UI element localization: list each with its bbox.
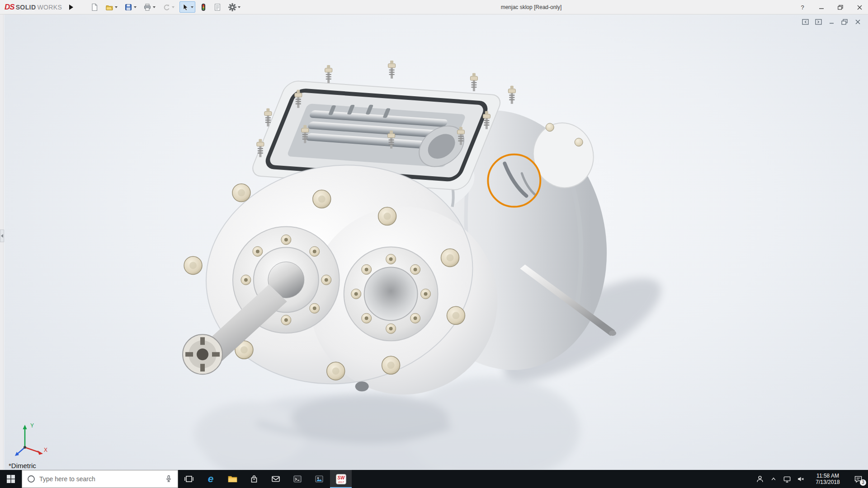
solidworks-app-icon: SW2017 (335, 473, 347, 485)
brand-text-solid: SOLID (16, 4, 36, 11)
save-icon (124, 3, 132, 11)
microphone-icon[interactable] (164, 474, 173, 483)
select-tool-button[interactable] (179, 1, 195, 13)
taskbar-clock[interactable]: 11:58 AM 7/13/2018 (807, 470, 848, 488)
open-icon (105, 3, 113, 11)
cortana-icon (27, 474, 36, 483)
print-icon (143, 3, 151, 11)
options-button[interactable] (226, 1, 242, 13)
photos-button[interactable] (308, 470, 330, 488)
solidworks-taskbar-button[interactable]: SW2017 (330, 470, 352, 488)
svg-text:SW: SW (337, 475, 345, 480)
feature-panel-collapse-tab[interactable] (0, 230, 4, 242)
edge-icon: e (205, 473, 217, 485)
spline-coupling (183, 334, 222, 374)
triad-x-label: X (44, 447, 47, 453)
print-dropdown-arrow (153, 6, 156, 8)
solidworks-window: DS SOLIDWORKS (0, 0, 868, 488)
svg-text:e: e (208, 473, 214, 484)
standard-toolbar (89, 1, 242, 13)
solidworks-logo-mark: DS (5, 3, 14, 12)
file-explorer-button[interactable] (222, 470, 243, 488)
open-dropdown-arrow (115, 6, 118, 8)
print-button[interactable] (142, 1, 157, 13)
taskbar-search-box[interactable] (22, 470, 178, 488)
options-gear-icon (228, 3, 236, 11)
window-title: menjac sklop [Read-only] (501, 4, 562, 10)
help-button[interactable]: ? (798, 3, 807, 12)
new-document-icon (90, 3, 99, 11)
undo-icon (162, 3, 170, 11)
orientation-triad: Y X (9, 419, 50, 458)
rebuild-stoplight-icon (200, 3, 207, 11)
save-button[interactable] (123, 1, 138, 13)
mail-button[interactable] (265, 470, 287, 488)
photos-icon (314, 474, 325, 484)
clock-date: 7/13/2018 (816, 479, 840, 485)
task-view-button[interactable] (178, 470, 200, 488)
collapse-arrow-icon (1, 234, 3, 238)
minimize-doc-button[interactable] (827, 18, 835, 25)
close-doc-button[interactable] (854, 18, 862, 25)
save-dropdown-arrow (134, 6, 137, 8)
undo-button[interactable] (160, 1, 176, 13)
start-button[interactable] (0, 470, 22, 488)
brand-text-works: WORKS (37, 4, 62, 11)
gearbox-model[interactable] (183, 61, 630, 401)
open-button[interactable] (104, 1, 119, 13)
mail-icon (270, 474, 281, 484)
options-dropdown-arrow (238, 6, 241, 8)
system-tray: 11:58 AM 7/13/2018 3 (753, 470, 868, 488)
file-properties-button[interactable] (212, 1, 223, 13)
close-button[interactable] (855, 3, 863, 12)
graphics-area[interactable]: Y X *Dimetric (4, 14, 868, 470)
clock-time: 11:58 AM (816, 473, 839, 479)
model-canvas (4, 14, 868, 470)
action-center-button[interactable]: 3 (848, 470, 868, 488)
next-window-button[interactable] (814, 18, 822, 25)
restore-doc-button[interactable] (840, 18, 849, 25)
terminal-button[interactable] (287, 470, 308, 488)
store-button[interactable] (243, 470, 265, 488)
new-document-button[interactable] (89, 1, 100, 13)
search-input[interactable] (39, 475, 160, 483)
file-properties-icon (213, 3, 222, 11)
notification-badge: 3 (860, 479, 866, 486)
solidworks-logo[interactable]: DS SOLIDWORKS (0, 3, 62, 12)
menu-expand-arrow[interactable] (69, 5, 73, 10)
windows-taskbar: e SW2017 11:58 AM 7/13/2018 (0, 470, 868, 488)
file-explorer-icon (227, 474, 238, 485)
svg-text:2017: 2017 (338, 480, 344, 483)
network-button[interactable] (780, 470, 794, 488)
bottom-fitting (355, 381, 369, 391)
show-hidden-icons-button[interactable] (767, 470, 780, 488)
restore-button[interactable] (836, 3, 844, 12)
titlebar: DS SOLIDWORKS (0, 0, 868, 14)
edge-button[interactable]: e (200, 470, 222, 488)
output-flange (344, 247, 438, 341)
terminal-icon (292, 474, 303, 484)
people-button[interactable] (753, 470, 767, 488)
view-orientation-label: *Dimetric (9, 462, 36, 469)
select-dropdown-arrow (191, 6, 193, 8)
document-window-controls (801, 18, 862, 25)
select-cursor-icon (181, 3, 189, 11)
triad-y-label: Y (30, 422, 34, 429)
store-icon (249, 474, 259, 484)
undo-dropdown-arrow (172, 6, 175, 8)
volume-button[interactable] (794, 470, 807, 488)
left-panel-strip (0, 14, 4, 470)
previous-window-button[interactable] (801, 18, 809, 25)
windows-logo-icon (6, 474, 15, 483)
window-controls: ? (798, 0, 863, 14)
rebuild-button[interactable] (198, 1, 208, 13)
minimize-button[interactable] (817, 3, 826, 12)
task-view-icon (184, 474, 194, 484)
